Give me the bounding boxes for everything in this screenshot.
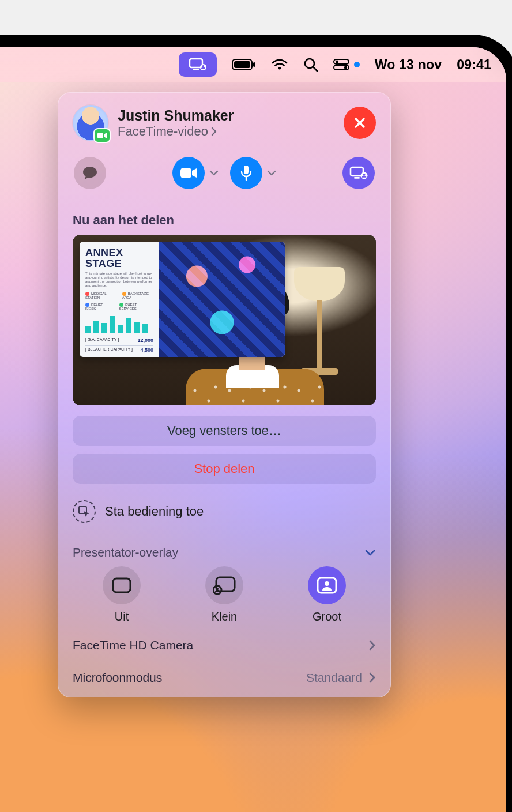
share-preview[interactable]: ANNEXSTAGE This intimate side stage will… [73,235,376,405]
mic-toggle-button[interactable] [230,157,262,189]
presenter-overlay-label: Presentator-overlay [73,546,178,559]
chevron-right-icon [368,640,376,651]
mic-control [230,157,276,189]
facetime-controls-popover: Justin Shumaker FaceTime-video [58,92,391,697]
allow-control-label: Sta bediening toe [105,504,204,519]
overlay-off-icon [112,577,131,593]
overlay-off-option[interactable]: Uit [103,566,141,623]
message-bubble-icon [82,166,98,181]
presenter-overlay-options: Uit Klein [58,563,391,629]
control-center-button[interactable] [333,59,360,70]
call-header: Justin Shumaker FaceTime-video [58,92,391,149]
camera-options-button[interactable] [209,170,219,176]
allow-control-button[interactable]: Sta bediening toe [58,488,391,536]
shared-window-thumbnail: ANNEXSTAGE This intimate side stage will… [80,242,285,357]
now-sharing-section: Nu aan het delen ANNEXSTAGE This intimat… [58,202,391,488]
svg-rect-13 [97,133,103,138]
menubar-date[interactable]: Wo 13 nov [375,57,442,73]
overlay-large-label: Groot [313,610,341,623]
camera-toggle-button[interactable] [172,157,205,189]
svg-rect-23 [216,577,235,591]
overlay-small-label: Klein [212,610,237,623]
control-center-icon [333,59,349,70]
svg-rect-5 [234,61,250,68]
battery-icon [232,59,256,70]
svg-rect-22 [113,578,130,592]
caller-name: Justin Shumaker [118,107,334,124]
svg-rect-15 [244,166,249,174]
stop-sharing-button[interactable]: Stop delen [73,454,376,484]
mic-icon [240,165,252,181]
camera-row[interactable]: FaceTime HD Camera [58,629,391,661]
svg-rect-18 [354,177,360,179]
call-controls [58,149,391,202]
call-subtitle-button[interactable]: FaceTime-video [118,124,334,139]
screenshare-icon [189,58,206,71]
remote-control-icon [73,500,96,523]
camera-control [172,157,219,189]
svg-rect-14 [180,168,191,178]
call-subtitle-label: FaceTime-video [118,124,208,139]
wifi-icon [271,58,288,71]
close-icon [353,116,367,130]
overlay-small-icon [213,576,236,595]
overlay-large-icon [317,577,337,594]
mic-options-button[interactable] [267,170,276,176]
wifi-status[interactable] [271,58,288,71]
chevron-right-icon [368,672,376,683]
chevron-down-icon [364,548,376,557]
search-icon [303,57,318,72]
now-sharing-title: Nu aan het delen [73,213,376,228]
menubar-time[interactable]: 09:41 [457,57,491,73]
screenshare-toggle-button[interactable] [342,157,375,189]
chevron-down-icon [267,170,276,176]
spotlight-button[interactable] [303,57,318,72]
screenshare-menubar-button[interactable] [179,52,217,77]
battery-status[interactable] [232,59,256,70]
svg-point-25 [216,588,219,590]
overlay-large-option[interactable]: Groot [308,566,346,623]
device-frame: Wo 13 nov 09:41 Justin Shumaker FaceTime… [0,35,512,812]
chevron-down-icon [209,170,219,176]
svg-line-8 [313,67,317,72]
svg-rect-6 [253,62,255,67]
messages-button[interactable] [74,157,106,189]
menubar: Wo 13 nov 09:41 [0,47,506,82]
overlay-off-label: Uit [115,610,129,623]
video-icon [180,167,197,179]
overlay-small-option[interactable]: Klein [205,566,243,623]
presenter-overlay-header[interactable]: Presentator-overlay [58,536,391,563]
svg-rect-1 [193,69,199,70]
mic-mode-value: Standaard [306,671,362,685]
activity-dot-icon [354,62,360,67]
end-call-button[interactable] [344,107,376,139]
svg-point-12 [344,66,347,69]
mic-mode-row[interactable]: Microfoonmodus Standaard [58,661,391,694]
svg-point-10 [336,60,338,63]
svg-point-3 [202,65,204,67]
svg-point-20 [363,174,366,176]
mic-mode-label: Microfoonmodus [73,671,162,685]
avatar[interactable] [73,105,108,141]
add-windows-button[interactable]: Voeg vensters toe… [73,416,376,446]
chevron-right-icon [210,127,217,136]
display: Wo 13 nov 09:41 Justin Shumaker FaceTime… [0,47,506,812]
facetime-badge-icon [95,129,110,142]
svg-point-27 [325,581,329,586]
camera-row-label: FaceTime HD Camera [73,638,193,652]
screenshare-icon [349,166,368,180]
